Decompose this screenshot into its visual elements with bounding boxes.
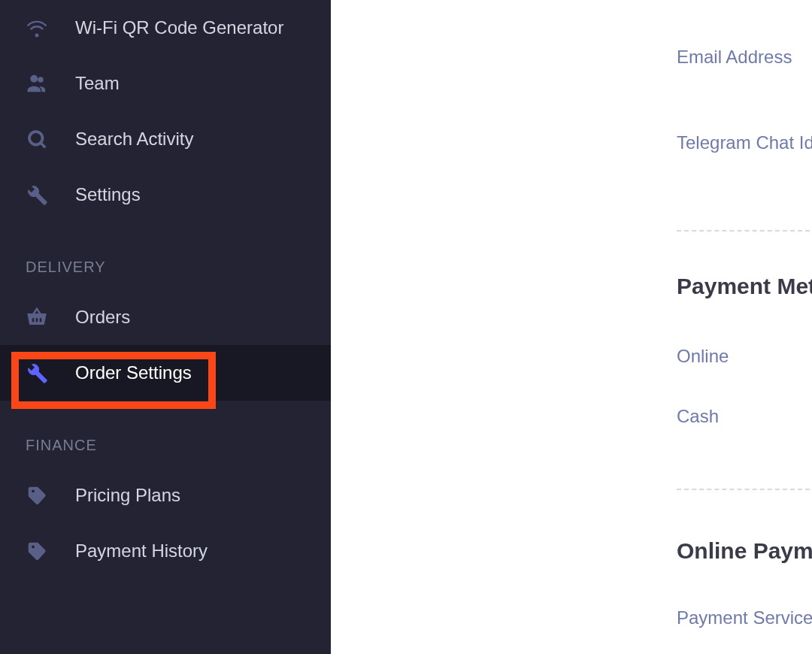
sidebar-item-label: Team: [75, 73, 120, 94]
search-icon: [26, 128, 50, 150]
section-label-delivery: DELIVERY: [0, 223, 331, 289]
sidebar-item-label: Settings: [75, 184, 141, 205]
sidebar-item-settings[interactable]: Settings: [0, 167, 331, 223]
heading-payment-methods: Payment Methods: [677, 274, 812, 299]
tag-icon: [26, 540, 50, 562]
team-icon: [26, 72, 50, 95]
label-email-address: Email Address: [677, 47, 792, 68]
svg-line-1: [41, 143, 45, 147]
wifi-icon: [26, 17, 50, 39]
sidebar-item-payment-history[interactable]: Payment History: [0, 523, 331, 579]
label-telegram-chat-id: Telegram Chat Id: [677, 132, 812, 153]
wrench-icon: [26, 362, 50, 384]
option-cash: Cash: [677, 406, 719, 427]
sidebar-item-label: Search Activity: [75, 129, 193, 150]
svg-point-0: [29, 132, 43, 145]
sidebar-item-label: Pricing Plans: [75, 485, 180, 506]
divider: [677, 230, 812, 232]
sidebar-item-label: Order Settings: [75, 362, 192, 383]
sidebar: Wi-Fi QR Code Generator Team Search Acti…: [0, 0, 331, 654]
main-content: Email Address Telegram Chat Id Payment M…: [331, 0, 812, 654]
sidebar-item-wifi-qr[interactable]: Wi-Fi QR Code Generator: [0, 0, 331, 56]
section-label-finance: FINANCE: [0, 401, 331, 468]
sidebar-item-pricing-plans[interactable]: Pricing Plans: [0, 468, 331, 523]
option-online: Online: [677, 346, 729, 367]
wrench-icon: [26, 183, 50, 206]
sidebar-item-search-activity[interactable]: Search Activity: [0, 111, 331, 167]
basket-icon: [26, 306, 50, 329]
sidebar-item-team[interactable]: Team: [0, 56, 331, 111]
sidebar-item-order-settings[interactable]: Order Settings: [0, 345, 331, 401]
sidebar-item-label: Payment History: [75, 540, 208, 562]
sidebar-item-label: Orders: [75, 307, 130, 328]
divider: [677, 489, 812, 490]
sidebar-item-label: Wi-Fi QR Code Generator: [75, 17, 283, 38]
label-payment-service: Payment Service: [677, 607, 812, 628]
heading-online-payment: Online Payment: [677, 538, 812, 564]
tag-icon: [26, 484, 50, 507]
sidebar-item-orders[interactable]: Orders: [0, 289, 331, 345]
